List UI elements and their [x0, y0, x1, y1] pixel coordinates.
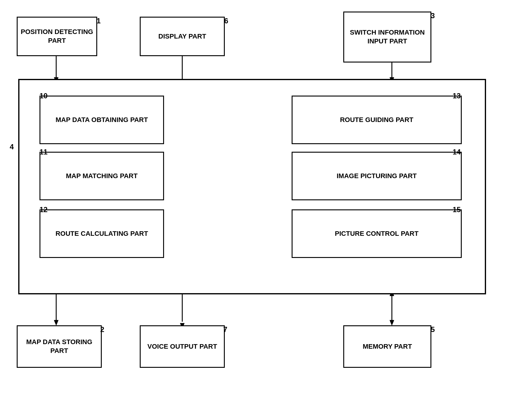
switch-information-label: SWITCH INFORMATION INPUT PART: [347, 28, 428, 46]
map-data-obtaining-label: MAP DATA OBTAINING PART: [56, 116, 148, 124]
memory-part-box: MEMORY PART: [343, 325, 431, 368]
main-container-number: 4: [10, 143, 14, 151]
map-data-storing-label: MAP DATA STORING PART: [20, 338, 98, 355]
map-matching-label: MAP MATCHING PART: [66, 172, 138, 181]
voice-output-label: VOICE OUTPUT PART: [147, 342, 217, 351]
display-part-number: 6: [224, 17, 228, 25]
route-calculating-box: ROUTE CALCULATING PART: [39, 209, 164, 258]
switch-information-box: SWITCH INFORMATION INPUT PART: [343, 12, 431, 63]
diagram: POSITION DETECTING PART 1 DISPLAY PART 6…: [0, 0, 507, 420]
map-matching-number: 11: [39, 148, 48, 156]
display-part-box: DISPLAY PART: [140, 17, 225, 56]
svg-marker-19: [390, 320, 394, 325]
voice-output-box: VOICE OUTPUT PART: [140, 325, 225, 368]
map-data-obtaining-box: MAP DATA OBTAINING PART: [39, 96, 164, 144]
switch-information-number: 3: [431, 12, 435, 20]
map-data-obtaining-number: 10: [39, 92, 48, 100]
position-detecting-box: POSITION DETECTING PART: [17, 17, 97, 56]
route-guiding-label: ROUTE GUIDING PART: [340, 116, 413, 124]
svg-marker-14: [54, 320, 58, 325]
display-part-label: DISPLAY PART: [158, 32, 206, 41]
memory-part-label: MEMORY PART: [363, 342, 412, 351]
voice-output-number: 7: [223, 325, 227, 334]
image-picturing-number: 14: [453, 148, 461, 156]
route-calculating-number: 12: [39, 205, 48, 214]
picture-control-number: 15: [453, 205, 461, 214]
image-picturing-box: IMAGE PICTURING PART: [292, 152, 462, 200]
memory-part-number: 5: [431, 325, 435, 334]
map-data-storing-box: MAP DATA STORING PART: [17, 325, 102, 368]
picture-control-label: PICTURE CONTROL PART: [335, 229, 418, 238]
position-detecting-number: 1: [97, 17, 101, 25]
route-guiding-box: ROUTE GUIDING PART: [292, 96, 462, 144]
route-guiding-number: 13: [453, 92, 461, 100]
map-matching-box: MAP MATCHING PART: [39, 152, 164, 200]
map-data-storing-number: 2: [100, 325, 104, 334]
route-calculating-label: ROUTE CALCULATING PART: [56, 229, 148, 238]
image-picturing-label: IMAGE PICTURING PART: [337, 172, 417, 181]
picture-control-box: PICTURE CONTROL PART: [292, 209, 462, 258]
position-detecting-label: POSITION DETECTING PART: [20, 28, 94, 45]
